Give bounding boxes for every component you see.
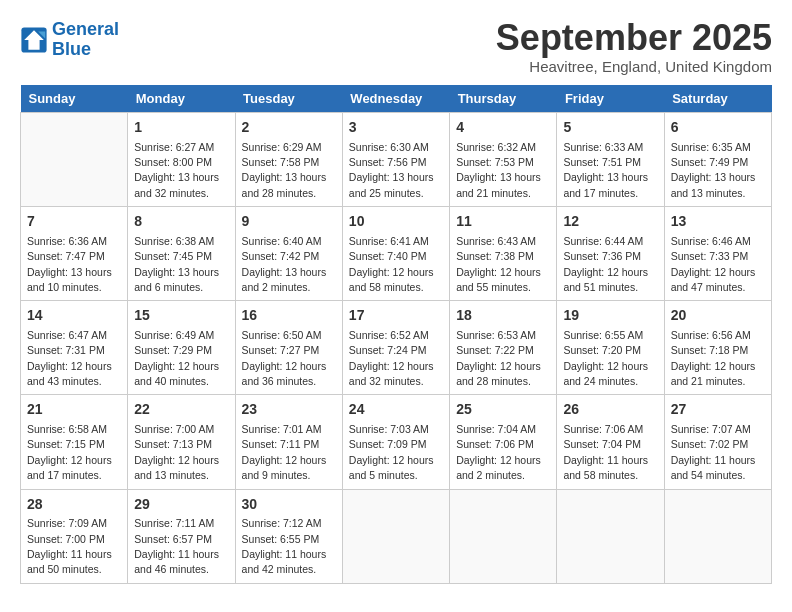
calendar-cell: 28Sunrise: 7:09 AM Sunset: 7:00 PM Dayli… bbox=[21, 489, 128, 583]
column-header-saturday: Saturday bbox=[664, 85, 771, 113]
day-info: Sunrise: 7:00 AM Sunset: 7:13 PM Dayligh… bbox=[134, 423, 219, 481]
calendar-header: SundayMondayTuesdayWednesdayThursdayFrid… bbox=[21, 85, 772, 113]
calendar-cell bbox=[342, 489, 449, 583]
column-header-tuesday: Tuesday bbox=[235, 85, 342, 113]
day-info: Sunrise: 7:07 AM Sunset: 7:02 PM Dayligh… bbox=[671, 423, 756, 481]
calendar-cell: 1Sunrise: 6:27 AM Sunset: 8:00 PM Daylig… bbox=[128, 113, 235, 207]
day-info: Sunrise: 6:41 AM Sunset: 7:40 PM Dayligh… bbox=[349, 235, 434, 293]
day-info: Sunrise: 6:47 AM Sunset: 7:31 PM Dayligh… bbox=[27, 329, 112, 387]
logo-line1: General bbox=[52, 19, 119, 39]
logo: General Blue bbox=[20, 20, 119, 60]
day-info: Sunrise: 6:38 AM Sunset: 7:45 PM Dayligh… bbox=[134, 235, 219, 293]
day-info: Sunrise: 7:06 AM Sunset: 7:04 PM Dayligh… bbox=[563, 423, 648, 481]
calendar-cell: 16Sunrise: 6:50 AM Sunset: 7:27 PM Dayli… bbox=[235, 301, 342, 395]
header-row: SundayMondayTuesdayWednesdayThursdayFrid… bbox=[21, 85, 772, 113]
calendar-cell bbox=[664, 489, 771, 583]
day-info: Sunrise: 7:12 AM Sunset: 6:55 PM Dayligh… bbox=[242, 517, 327, 575]
day-info: Sunrise: 7:04 AM Sunset: 7:06 PM Dayligh… bbox=[456, 423, 541, 481]
day-info: Sunrise: 7:11 AM Sunset: 6:57 PM Dayligh… bbox=[134, 517, 219, 575]
logo-line2: Blue bbox=[52, 39, 91, 59]
day-info: Sunrise: 6:49 AM Sunset: 7:29 PM Dayligh… bbox=[134, 329, 219, 387]
column-header-thursday: Thursday bbox=[450, 85, 557, 113]
day-number: 30 bbox=[242, 495, 336, 515]
calendar-cell: 29Sunrise: 7:11 AM Sunset: 6:57 PM Dayli… bbox=[128, 489, 235, 583]
day-number: 2 bbox=[242, 118, 336, 138]
day-number: 5 bbox=[563, 118, 657, 138]
day-number: 28 bbox=[27, 495, 121, 515]
calendar-cell: 11Sunrise: 6:43 AM Sunset: 7:38 PM Dayli… bbox=[450, 207, 557, 301]
calendar-cell: 8Sunrise: 6:38 AM Sunset: 7:45 PM Daylig… bbox=[128, 207, 235, 301]
day-number: 6 bbox=[671, 118, 765, 138]
day-number: 10 bbox=[349, 212, 443, 232]
day-info: Sunrise: 6:33 AM Sunset: 7:51 PM Dayligh… bbox=[563, 141, 648, 199]
calendar-cell: 6Sunrise: 6:35 AM Sunset: 7:49 PM Daylig… bbox=[664, 113, 771, 207]
day-info: Sunrise: 6:43 AM Sunset: 7:38 PM Dayligh… bbox=[456, 235, 541, 293]
day-info: Sunrise: 6:53 AM Sunset: 7:22 PM Dayligh… bbox=[456, 329, 541, 387]
calendar-cell: 5Sunrise: 6:33 AM Sunset: 7:51 PM Daylig… bbox=[557, 113, 664, 207]
day-number: 19 bbox=[563, 306, 657, 326]
day-number: 7 bbox=[27, 212, 121, 232]
day-info: Sunrise: 7:01 AM Sunset: 7:11 PM Dayligh… bbox=[242, 423, 327, 481]
day-info: Sunrise: 6:27 AM Sunset: 8:00 PM Dayligh… bbox=[134, 141, 219, 199]
calendar-cell bbox=[557, 489, 664, 583]
day-number: 16 bbox=[242, 306, 336, 326]
day-number: 20 bbox=[671, 306, 765, 326]
month-title: September 2025 bbox=[496, 20, 772, 56]
day-info: Sunrise: 6:46 AM Sunset: 7:33 PM Dayligh… bbox=[671, 235, 756, 293]
day-info: Sunrise: 6:44 AM Sunset: 7:36 PM Dayligh… bbox=[563, 235, 648, 293]
week-row-1: 1Sunrise: 6:27 AM Sunset: 8:00 PM Daylig… bbox=[21, 113, 772, 207]
day-number: 12 bbox=[563, 212, 657, 232]
day-info: Sunrise: 6:32 AM Sunset: 7:53 PM Dayligh… bbox=[456, 141, 541, 199]
location: Heavitree, England, United Kingdom bbox=[496, 58, 772, 75]
calendar-cell: 4Sunrise: 6:32 AM Sunset: 7:53 PM Daylig… bbox=[450, 113, 557, 207]
day-info: Sunrise: 6:29 AM Sunset: 7:58 PM Dayligh… bbox=[242, 141, 327, 199]
calendar-cell: 26Sunrise: 7:06 AM Sunset: 7:04 PM Dayli… bbox=[557, 395, 664, 489]
week-row-2: 7Sunrise: 6:36 AM Sunset: 7:47 PM Daylig… bbox=[21, 207, 772, 301]
calendar-cell: 30Sunrise: 7:12 AM Sunset: 6:55 PM Dayli… bbox=[235, 489, 342, 583]
day-number: 29 bbox=[134, 495, 228, 515]
calendar-cell: 18Sunrise: 6:53 AM Sunset: 7:22 PM Dayli… bbox=[450, 301, 557, 395]
calendar-cell: 12Sunrise: 6:44 AM Sunset: 7:36 PM Dayli… bbox=[557, 207, 664, 301]
day-number: 18 bbox=[456, 306, 550, 326]
day-number: 4 bbox=[456, 118, 550, 138]
day-number: 15 bbox=[134, 306, 228, 326]
calendar-cell: 7Sunrise: 6:36 AM Sunset: 7:47 PM Daylig… bbox=[21, 207, 128, 301]
day-info: Sunrise: 6:35 AM Sunset: 7:49 PM Dayligh… bbox=[671, 141, 756, 199]
day-number: 23 bbox=[242, 400, 336, 420]
calendar-cell: 15Sunrise: 6:49 AM Sunset: 7:29 PM Dayli… bbox=[128, 301, 235, 395]
day-number: 17 bbox=[349, 306, 443, 326]
calendar-cell: 24Sunrise: 7:03 AM Sunset: 7:09 PM Dayli… bbox=[342, 395, 449, 489]
day-number: 24 bbox=[349, 400, 443, 420]
calendar-cell: 3Sunrise: 6:30 AM Sunset: 7:56 PM Daylig… bbox=[342, 113, 449, 207]
day-info: Sunrise: 7:03 AM Sunset: 7:09 PM Dayligh… bbox=[349, 423, 434, 481]
calendar-cell bbox=[450, 489, 557, 583]
day-info: Sunrise: 6:52 AM Sunset: 7:24 PM Dayligh… bbox=[349, 329, 434, 387]
day-number: 1 bbox=[134, 118, 228, 138]
week-row-5: 28Sunrise: 7:09 AM Sunset: 7:00 PM Dayli… bbox=[21, 489, 772, 583]
column-header-wednesday: Wednesday bbox=[342, 85, 449, 113]
day-number: 21 bbox=[27, 400, 121, 420]
calendar-cell: 20Sunrise: 6:56 AM Sunset: 7:18 PM Dayli… bbox=[664, 301, 771, 395]
page-header: General Blue September 2025 Heavitree, E… bbox=[20, 20, 772, 75]
calendar-table: SundayMondayTuesdayWednesdayThursdayFrid… bbox=[20, 85, 772, 584]
day-number: 25 bbox=[456, 400, 550, 420]
calendar-cell: 19Sunrise: 6:55 AM Sunset: 7:20 PM Dayli… bbox=[557, 301, 664, 395]
day-info: Sunrise: 6:50 AM Sunset: 7:27 PM Dayligh… bbox=[242, 329, 327, 387]
calendar-cell: 21Sunrise: 6:58 AM Sunset: 7:15 PM Dayli… bbox=[21, 395, 128, 489]
day-info: Sunrise: 6:30 AM Sunset: 7:56 PM Dayligh… bbox=[349, 141, 434, 199]
day-info: Sunrise: 6:56 AM Sunset: 7:18 PM Dayligh… bbox=[671, 329, 756, 387]
day-number: 8 bbox=[134, 212, 228, 232]
day-number: 3 bbox=[349, 118, 443, 138]
calendar-body: 1Sunrise: 6:27 AM Sunset: 8:00 PM Daylig… bbox=[21, 113, 772, 584]
title-block: September 2025 Heavitree, England, Unite… bbox=[496, 20, 772, 75]
day-number: 11 bbox=[456, 212, 550, 232]
week-row-4: 21Sunrise: 6:58 AM Sunset: 7:15 PM Dayli… bbox=[21, 395, 772, 489]
column-header-friday: Friday bbox=[557, 85, 664, 113]
day-number: 14 bbox=[27, 306, 121, 326]
day-number: 13 bbox=[671, 212, 765, 232]
day-info: Sunrise: 6:36 AM Sunset: 7:47 PM Dayligh… bbox=[27, 235, 112, 293]
day-info: Sunrise: 7:09 AM Sunset: 7:00 PM Dayligh… bbox=[27, 517, 112, 575]
calendar-cell: 14Sunrise: 6:47 AM Sunset: 7:31 PM Dayli… bbox=[21, 301, 128, 395]
calendar-cell: 22Sunrise: 7:00 AM Sunset: 7:13 PM Dayli… bbox=[128, 395, 235, 489]
day-number: 27 bbox=[671, 400, 765, 420]
